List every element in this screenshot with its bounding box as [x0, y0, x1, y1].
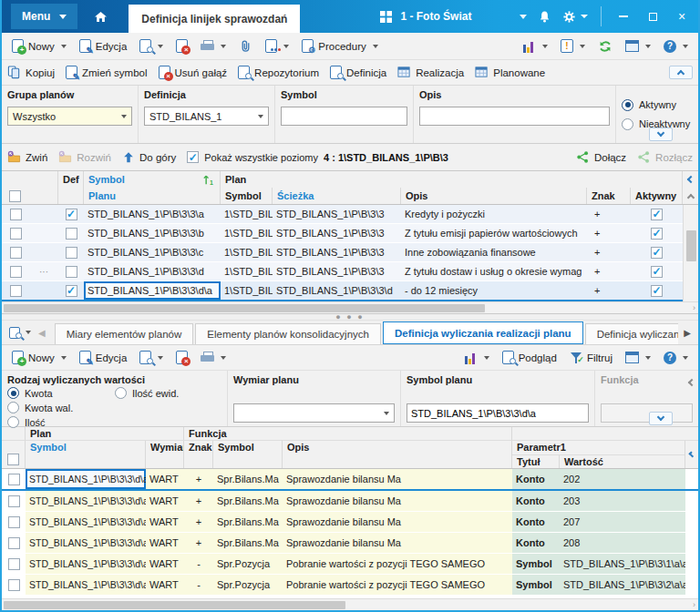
table-row[interactable]: STD_BILANS_1\P\B\3\3\b1\STD_BILSTD_BILAN… [2, 224, 683, 243]
new-detail-button[interactable]: + Nowy [7, 348, 71, 367]
opis-input[interactable] [419, 107, 610, 126]
scroll-right-button[interactable]: › [693, 303, 695, 312]
sciezka-cell[interactable]: STD_BILANS_1\P\B\3\3 [273, 205, 401, 223]
row-select-cell[interactable] [2, 512, 26, 532]
wymiar-select[interactable] [233, 403, 395, 423]
menu-button[interactable]: Menu [11, 4, 77, 29]
col-symbol-planu-2[interactable]: Planu [84, 188, 221, 204]
funkcja-symbol-cell[interactable]: Spr.Bilans.Ma [213, 491, 283, 511]
procedures-button[interactable]: ⚙ Procedury [297, 36, 382, 56]
checkbox[interactable] [66, 209, 77, 220]
select-all-checkbox[interactable] [2, 188, 29, 204]
col-znak[interactable]: Znak [184, 441, 213, 468]
action-docpencil-button[interactable]: ✎Zmień symbol [66, 66, 148, 79]
def-cell[interactable] [58, 281, 84, 300]
def-cell[interactable] [58, 205, 84, 223]
detach-button[interactable]: Rozłącz [637, 150, 693, 164]
wartosc-cell[interactable]: 202 [560, 469, 685, 489]
horizontal-scrollbar-bottom[interactable]: › [2, 598, 698, 610]
plan-symbol-cell[interactable]: 1\STD_BIL [221, 281, 273, 300]
col-opis[interactable]: Opis [283, 441, 512, 468]
wartosc-cell[interactable]: 208 [560, 533, 685, 553]
opis-cell[interactable]: Inne zobowiązania finansowe [401, 243, 587, 261]
collapse-column-button[interactable] [685, 441, 698, 468]
wartosc-cell[interactable]: 207 [560, 512, 685, 532]
opis-cell[interactable]: Pobranie wartości z pozycji TEGO SAMEGO [283, 554, 512, 574]
filter-button[interactable]: ✓Filtruj [565, 349, 617, 367]
action-copy-button[interactable]: Kopiuj [7, 66, 55, 79]
row-select-cell[interactable] [2, 243, 29, 261]
tytul-cell[interactable]: Konto [512, 469, 560, 489]
row-select-cell[interactable] [2, 491, 26, 511]
grupa-planow-select[interactable]: Wszystko [7, 107, 132, 126]
checkbox[interactable] [10, 285, 22, 297]
radio-aktywny[interactable]: Aktywny [622, 99, 693, 111]
go-up-button[interactable]: Do góry [122, 151, 176, 164]
checkbox[interactable] [10, 247, 22, 259]
vertical-scrollbar[interactable] [683, 205, 698, 301]
col-symbol-planu[interactable]: Symbol [84, 171, 221, 188]
wymiar-cell[interactable]: WART [146, 512, 184, 532]
row-select-cell[interactable] [2, 554, 26, 574]
settings-button[interactable] [562, 10, 588, 24]
checkbox[interactable] [66, 247, 77, 259]
opis-cell[interactable]: Z tytułu emisji papierów wartościowych [401, 224, 587, 242]
opis-cell[interactable]: Kredyty i pożyczki [401, 205, 587, 223]
col-symbol[interactable]: Symbol [26, 441, 146, 468]
symbol-cell[interactable]: STD_BILANS_1\P\B\3\3\d\a [26, 512, 146, 532]
scrollbar-thumb[interactable] [4, 304, 485, 312]
plan-symbol-cell[interactable]: 1\STD_BIL [221, 205, 273, 223]
chart-button[interactable] [519, 37, 552, 56]
scrollbar-thumb[interactable] [4, 601, 345, 609]
opis-cell[interactable]: Pobranie wartości z pozycji TEGO SAMEGO [283, 575, 512, 595]
chart-detail-button[interactable] [460, 349, 494, 367]
sciezka-cell[interactable]: STD_BILANS_1\P\B\3\3 [273, 224, 401, 242]
table-row[interactable]: STD_BILANS_1\P\B\3\3\d\aWART-Spr.Pozycja… [2, 575, 698, 596]
znak-cell[interactable]: + [587, 224, 631, 242]
radio-option-0[interactable]: Kwota [7, 387, 115, 399]
symbol-cell[interactable]: STD_BILANS_1\P\B\3\3\a [84, 205, 221, 223]
company-selector[interactable]: 1 - Foto Świat [380, 10, 471, 23]
tabs-scroll-right[interactable]: ▶ [680, 328, 695, 338]
action-docmag-button[interactable]: Definicja [330, 66, 386, 79]
symbol-cell[interactable]: STD_BILANS_1\P\B\3\3\d\a [26, 575, 146, 595]
symbol-input[interactable] [281, 107, 407, 126]
action-grid-button[interactable]: Planowane [475, 66, 545, 79]
sciezka-cell[interactable]: STD_BILANS_1\P\B\3\3\d [273, 281, 401, 300]
checkbox[interactable] [10, 266, 22, 278]
row-select-cell[interactable] [2, 575, 26, 595]
row-select-cell[interactable] [2, 281, 29, 300]
symbol-cell[interactable]: STD_BILANS_1\P\B\3\3\c [84, 243, 221, 261]
znak-cell[interactable]: + [184, 469, 213, 489]
plan-symbol-cell[interactable]: 1\STD_BIL [221, 243, 273, 261]
checkbox[interactable] [10, 209, 22, 220]
close-button[interactable]: × [673, 7, 691, 26]
checkbox[interactable] [66, 266, 77, 278]
znak-cell[interactable]: - [184, 554, 213, 574]
preview-detail-button[interactable] [135, 348, 168, 367]
wymiar-cell[interactable]: WART [146, 554, 184, 574]
znak-cell[interactable]: - [184, 575, 213, 595]
maximize-button[interactable] [643, 7, 662, 26]
table-row[interactable]: ···STD_BILANS_1\P\B\3\3\d1\STD_BILSTD_BI… [2, 262, 683, 281]
chevron-down-icon[interactable] [26, 331, 31, 334]
edit-button[interactable]: ✎ Edycja [75, 36, 132, 56]
company-chevron-icon[interactable] [520, 15, 527, 19]
sciezka-cell[interactable]: STD_BILANS_1\P\B\3\3 [273, 262, 401, 280]
znak-cell[interactable]: + [587, 281, 631, 300]
scroll-up-button[interactable] [683, 188, 698, 204]
tytul-cell[interactable]: Symbol [512, 575, 560, 595]
print-detail-button[interactable] [196, 349, 231, 366]
symbol-cell[interactable]: STD_BILANS_1\P\B\3\3\b [84, 224, 221, 242]
document-tab[interactable]: Definicja linijek sprawozdań [129, 5, 300, 33]
aktywny-cell[interactable] [631, 224, 683, 242]
symbol-cell[interactable]: STD_BILANS_1\P\B\3\3\d\a [26, 491, 146, 511]
show-all-levels-checkbox[interactable]: Pokaż wszystkie poziomy 4 : 1\STD_BILANS… [187, 151, 448, 163]
wymiar-cell[interactable]: WART [146, 533, 184, 553]
row-select-cell[interactable] [2, 533, 26, 553]
wartosc-cell[interactable]: 203 [560, 491, 685, 511]
znak-cell[interactable]: + [587, 205, 631, 223]
notifications-button[interactable] [538, 10, 551, 24]
checkbox[interactable] [8, 516, 20, 528]
collapse-panel-button[interactable] [669, 66, 693, 79]
